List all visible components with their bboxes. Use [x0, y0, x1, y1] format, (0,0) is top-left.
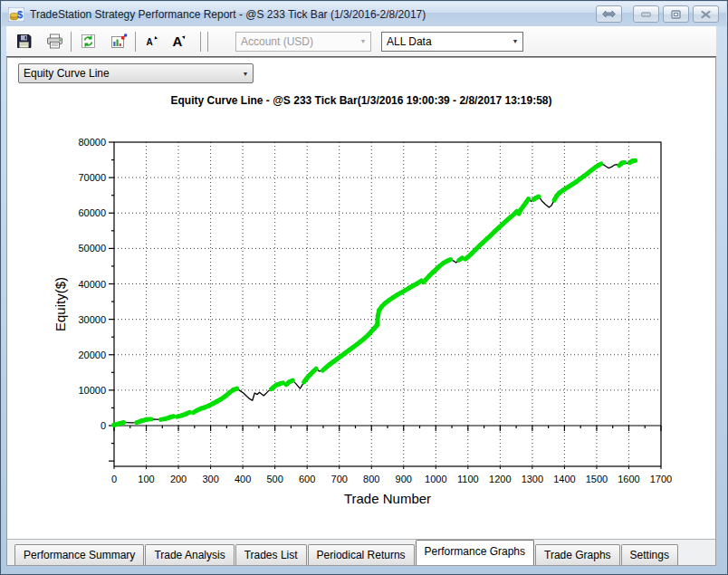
svg-text:$: $: [17, 9, 23, 20]
resize-horizontal-button[interactable]: [596, 5, 622, 23]
chevron-down-icon: ▼: [356, 38, 370, 44]
svg-text:0: 0: [111, 474, 117, 484]
svg-text:1100: 1100: [457, 474, 479, 484]
window-controls: [596, 5, 719, 23]
svg-text:0: 0: [101, 420, 106, 431]
svg-text:30000: 30000: [78, 314, 106, 325]
data-interval-dropdown-value: ALL Data: [382, 35, 508, 48]
equity-curve-chart: 0100002000030000400005000060000700008000…: [7, 121, 720, 520]
svg-text:1300: 1300: [522, 474, 543, 484]
decrease-font-icon: A: [145, 34, 159, 49]
refresh-button[interactable]: [76, 31, 100, 53]
data-interval-dropdown[interactable]: ALL Data ▼: [381, 32, 523, 52]
save-icon: [16, 34, 32, 49]
tab-periodical-returns[interactable]: Periodical Returns: [308, 544, 415, 565]
toolbar-separator: [207, 32, 208, 52]
toolbar-separator: [135, 32, 136, 52]
svg-text:40000: 40000: [78, 279, 106, 290]
increase-font-button[interactable]: A: [168, 31, 191, 53]
tab-settings[interactable]: Settings: [621, 544, 678, 565]
format-report-button[interactable]: [107, 31, 130, 53]
svg-text:400: 400: [235, 474, 251, 484]
svg-text:800: 800: [363, 474, 379, 484]
x-axis-label: Trade Number: [37, 491, 728, 506]
tab-trade-graphs[interactable]: Trade Graphs: [535, 544, 620, 565]
report-tabs: Performance SummaryTrade AnalysisTrades …: [7, 539, 715, 565]
svg-text:A: A: [146, 37, 152, 47]
toolbar-separator: [200, 32, 201, 52]
svg-text:50000: 50000: [78, 243, 106, 254]
svg-text:300: 300: [202, 474, 218, 484]
svg-text:700: 700: [331, 474, 348, 484]
svg-text:1700: 1700: [650, 474, 672, 484]
chevron-down-icon: ▼: [508, 38, 522, 44]
svg-text:10000: 10000: [78, 385, 106, 396]
svg-text:1400: 1400: [553, 474, 575, 484]
tab-performance-graphs[interactable]: Performance Graphs: [416, 540, 534, 565]
tradestation-app-icon: $: [8, 7, 24, 22]
format-report-icon: [110, 34, 128, 49]
graph-type-dropdown[interactable]: Equity Curve Line ▼: [18, 63, 254, 83]
increase-font-icon: A: [171, 34, 187, 49]
tab-performance-summary[interactable]: Performance Summary: [14, 544, 144, 565]
save-button[interactable]: [12, 31, 35, 53]
svg-text:200: 200: [170, 474, 187, 484]
svg-text:1000: 1000: [425, 474, 446, 484]
svg-text:20000: 20000: [78, 350, 106, 360]
svg-text:1600: 1600: [618, 474, 639, 484]
performance-report-window: $ TradeStation Strategy Performance Repo…: [0, 0, 728, 575]
restore-button[interactable]: [663, 5, 689, 23]
toolbar: A A Account (USD) ▼ ALL Data ▼: [6, 26, 716, 57]
print-button[interactable]: [43, 31, 66, 53]
refresh-icon: [81, 34, 96, 49]
svg-text:1500: 1500: [586, 474, 608, 484]
svg-text:1200: 1200: [489, 474, 511, 484]
chevron-down-icon: ▼: [238, 71, 253, 77]
tab-trades-list[interactable]: Trades List: [235, 544, 307, 565]
decrease-font-button[interactable]: A: [140, 31, 164, 53]
svg-text:60000: 60000: [78, 207, 106, 218]
svg-text:A: A: [173, 34, 183, 49]
minimize-button[interactable]: [633, 5, 659, 23]
tab-trade-analysis[interactable]: Trade Analysis: [145, 544, 234, 565]
svg-text:70000: 70000: [78, 172, 106, 183]
account-dropdown[interactable]: Account (USD) ▼: [235, 32, 371, 52]
svg-text:900: 900: [396, 474, 412, 484]
title-bar: $ TradeStation Strategy Performance Repo…: [2, 2, 726, 26]
window-title: TradeStation Strategy Performance Report…: [30, 8, 426, 21]
svg-text:500: 500: [266, 474, 283, 484]
graph-type-dropdown-value: Equity Curve Line: [19, 67, 238, 80]
chart-title: Equity Curve Line - @S 233 Tick Bar(1/3/…: [7, 94, 715, 107]
toolbar-separator: [71, 32, 72, 52]
print-icon: [46, 34, 63, 49]
svg-text:600: 600: [299, 474, 315, 484]
report-content: Equity Curve Line ▼ Equity Curve Line - …: [6, 57, 716, 566]
svg-text:80000: 80000: [78, 137, 106, 148]
account-dropdown-value: Account (USD): [236, 35, 356, 48]
svg-text:Equity($): Equity($): [53, 277, 68, 331]
svg-text:100: 100: [138, 474, 154, 484]
close-button[interactable]: [693, 5, 719, 23]
